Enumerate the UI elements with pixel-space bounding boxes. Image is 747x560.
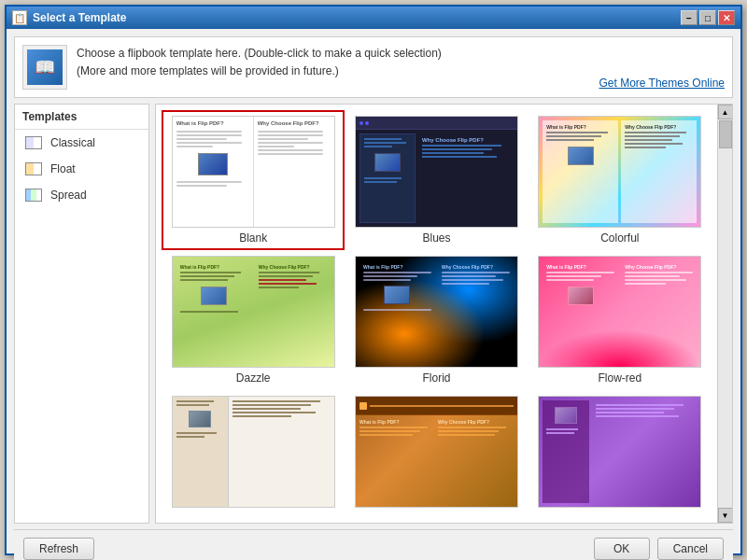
colorful-line xyxy=(546,139,594,141)
spread-icon xyxy=(24,188,43,203)
template-blues[interactable]: Why Choose Flip PDF? Blues xyxy=(345,110,528,250)
florid-label: Florid xyxy=(422,371,450,385)
flowred-line xyxy=(546,279,594,281)
ok-button[interactable]: OK xyxy=(594,538,650,560)
florid-right-title: Why Choose Flip PDF? xyxy=(442,264,510,270)
text-line xyxy=(258,138,309,140)
scroll-thumb[interactable] xyxy=(719,120,732,148)
r3b-line xyxy=(438,434,495,436)
flowred-line xyxy=(625,279,686,281)
blank-right-lines xyxy=(258,131,331,155)
r3a-line xyxy=(233,412,316,413)
minimize-button[interactable]: − xyxy=(681,10,698,25)
template-florid[interactable]: What is Flip PDF? Why Choose Flip PDF xyxy=(345,250,528,390)
blues-label: Blues xyxy=(422,231,450,245)
flowred-right-title: Why Choose Flip PDF? xyxy=(625,264,693,270)
flowred-line xyxy=(546,275,600,277)
r3a-monitor xyxy=(189,411,211,427)
r3b-icon xyxy=(359,402,367,410)
template-colorful[interactable]: What is Flip PDF? Why Choose Flip PDF? xyxy=(529,110,712,250)
colorful-line xyxy=(625,147,666,148)
blues-right-line xyxy=(422,152,484,154)
r3b-header xyxy=(356,397,517,415)
sidebar-label-spread: Spread xyxy=(50,189,87,202)
scroll-up-button[interactable]: ▲ xyxy=(718,105,733,119)
content-area: 📖 Choose a flipbook template here. (Doub… xyxy=(7,29,740,560)
colorful-label: Colorful xyxy=(600,231,639,245)
r3a-line xyxy=(176,436,205,438)
blank-left-lines2 xyxy=(176,181,249,187)
text-line xyxy=(258,149,323,151)
dazzle-line xyxy=(180,272,242,273)
flowred-monitor xyxy=(568,287,594,305)
template-r3c[interactable] xyxy=(529,390,712,517)
colorful-right: Why Choose Flip PDF? xyxy=(621,120,697,223)
r3c-line xyxy=(596,408,673,410)
dazzle-line xyxy=(259,275,313,277)
blues-left-line xyxy=(364,181,397,183)
r3a-line xyxy=(233,400,321,402)
florid-left: What is Flip PDF? xyxy=(359,260,435,363)
template-r3b[interactable]: What is Flip PDF? Why Choose Flip PDF? xyxy=(345,390,528,517)
title-bar: 📋 Select a Template − □ ✕ xyxy=(7,7,740,29)
text-line xyxy=(258,146,294,147)
sidebar-item-spread[interactable]: Spread xyxy=(15,182,148,208)
cancel-button[interactable]: Cancel xyxy=(657,538,724,560)
header-info: 📖 Choose a flipbook template here. (Doub… xyxy=(14,36,733,98)
dazzle-content: What is Flip PDF? Why Choose Flip PDF xyxy=(173,257,334,367)
r3a-right xyxy=(229,397,334,507)
template-flow-red[interactable]: What is Flip PDF? Why Choose Flip PDF? xyxy=(529,250,712,390)
blank-page-left: What is Flip PDF? xyxy=(173,117,254,227)
header-text-block: Choose a flipbook template here. (Double… xyxy=(77,45,589,80)
blues-left-line xyxy=(364,146,392,147)
r3c-monitor xyxy=(555,407,577,424)
colorful-line xyxy=(625,135,679,137)
blank-monitor-img xyxy=(198,153,228,175)
r3a-line xyxy=(233,404,311,406)
r3a-line xyxy=(233,408,302,410)
blues-right-panel: Why Choose Flip PDF? xyxy=(418,133,514,223)
blank-page-right: Why Choose Flip PDF? xyxy=(254,117,334,227)
flowred-thumbnail: What is Flip PDF? Why Choose Flip PDF? xyxy=(538,256,701,368)
flowred-line xyxy=(625,283,666,285)
text-line xyxy=(258,153,323,155)
r3a-line xyxy=(176,404,210,406)
florid-line xyxy=(363,275,417,277)
scrollbar[interactable]: ▲ ▼ xyxy=(717,105,732,523)
colorful-line xyxy=(625,139,672,141)
dazzle-line xyxy=(259,272,320,273)
sidebar-item-float[interactable]: Float xyxy=(15,156,148,182)
title-buttons: − □ ✕ xyxy=(681,10,735,25)
flowred-right: Why Choose Flip PDF? xyxy=(621,260,697,363)
r3a-line xyxy=(176,432,217,434)
maximize-button[interactable]: □ xyxy=(699,10,716,25)
r3c-right xyxy=(592,400,697,503)
colorful-line xyxy=(546,135,600,137)
sidebar-label-float: Float xyxy=(50,162,76,175)
text-line xyxy=(176,181,242,183)
footer-right-buttons: OK Cancel xyxy=(594,538,724,560)
sidebar-item-classical[interactable]: Classical xyxy=(15,130,148,156)
template-r3a[interactable] xyxy=(162,390,345,517)
r3b-right-title: Why Choose Flip PDF? xyxy=(438,419,514,425)
refresh-button[interactable]: Refresh xyxy=(23,538,94,560)
dazzle-title: What is Flip PDF? xyxy=(180,264,248,270)
footer-bar: Refresh OK Cancel xyxy=(14,529,733,560)
instruction-line1: Choose a flipbook template here. (Double… xyxy=(77,45,589,63)
scroll-down-button[interactable]: ▼ xyxy=(718,508,733,523)
blues-dot2 xyxy=(365,121,369,125)
close-button[interactable]: ✕ xyxy=(718,10,735,25)
template-dazzle[interactable]: What is Flip PDF? Why Choose Flip PDF xyxy=(162,250,345,390)
dazzle-monitor xyxy=(201,287,227,305)
florid-line xyxy=(442,279,503,281)
colorful-monitor xyxy=(568,147,594,165)
r3a-thumbnail xyxy=(172,396,335,508)
r3a-line xyxy=(233,415,291,417)
blues-topbar xyxy=(356,117,517,130)
float-icon xyxy=(24,161,43,176)
get-more-link[interactable]: Get More Themes Online xyxy=(599,77,725,90)
template-blank[interactable]: What is Flip PDF? xyxy=(162,110,345,250)
blank-right-title: Why Choose Flip PDF? xyxy=(258,120,331,127)
colorful-content: What is Flip PDF? Why Choose Flip PDF? xyxy=(539,117,700,227)
blues-title: Why Choose Flip PDF? xyxy=(422,137,510,143)
